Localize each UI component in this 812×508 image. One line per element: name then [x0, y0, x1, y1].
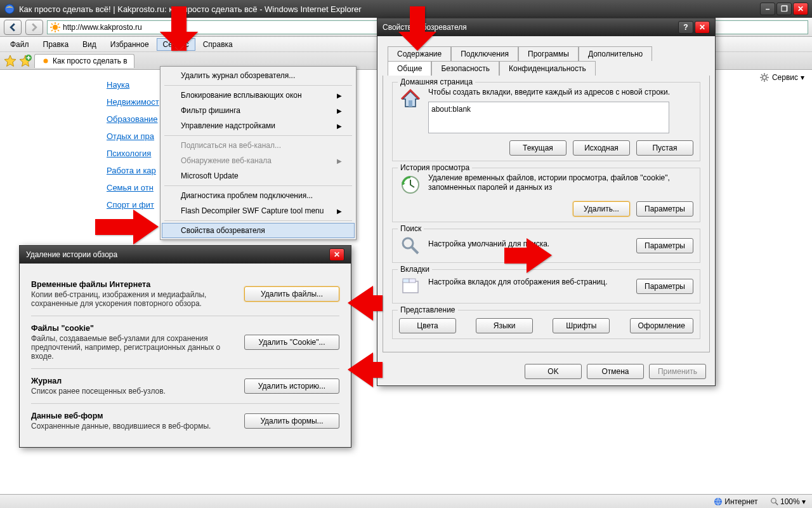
colors-button[interactable]: Цвета	[399, 318, 456, 333]
favorites-star-icon[interactable]	[4, 55, 16, 67]
tab-connections[interactable]: Подключения	[451, 46, 518, 61]
tools-label: Сервис	[772, 73, 798, 82]
menu-view[interactable]: Вид	[76, 38, 103, 51]
homepage-blank-button[interactable]: Пустая	[636, 140, 693, 156]
link-family[interactable]: Семья и отн	[107, 179, 165, 196]
appearance-group: Представление Цвета Языки Шрифты Оформле…	[392, 310, 700, 339]
link-work[interactable]: Работа и кар	[107, 162, 165, 179]
apply-button[interactable]: Применить	[649, 364, 706, 379]
history-text: Удаление временных файлов, истории просм…	[428, 173, 693, 193]
menu-subscribe-feed: Подписаться на веб-канал...	[162, 138, 355, 153]
tutorial-arrow-5	[348, 352, 383, 387]
link-education[interactable]: Образование	[107, 110, 165, 128]
history-params-button[interactable]: Параметры	[636, 201, 693, 217]
history-delete-button[interactable]: Удалить...	[573, 201, 630, 217]
url-text: http://www.kakprosto.ru	[63, 23, 142, 32]
tab-general[interactable]: Общие	[388, 61, 431, 76]
submenu-arrow-icon: ▶	[337, 157, 342, 164]
submenu-arrow-icon: ▶	[337, 123, 342, 130]
link-realestate[interactable]: Недвижимост	[107, 93, 165, 110]
journal-text: Список ранее посещенных веб-узлов.	[31, 387, 166, 396]
tabs-params-button[interactable]: Параметры	[636, 279, 693, 294]
fonts-button[interactable]: Шрифты	[553, 318, 610, 333]
tabs-group: Вкладки Настройка вкладок для отображени…	[392, 269, 700, 304]
tutorial-arrow-2	[398, 6, 436, 51]
cancel-button[interactable]: Отмена	[587, 364, 644, 379]
delete-journal-button[interactable]: Удалить историю...	[244, 378, 339, 394]
menu-flash-decompiler[interactable]: Flash Decompiler SWF Capture tool menu▶	[162, 203, 355, 218]
menu-delete-history[interactable]: Удалить журнал обозревателя...	[162, 68, 355, 83]
tabs-icon	[399, 275, 422, 298]
menu-feed-discovery: Обнаружение веб-канала▶	[162, 153, 355, 168]
tutorial-arrow-4	[348, 286, 383, 321]
tabs-legend: Вкладки	[398, 265, 432, 274]
add-favorite-icon[interactable]	[19, 55, 32, 67]
zone-label: Интернет	[714, 497, 758, 506]
menu-edit[interactable]: Правка	[37, 38, 75, 51]
svg-line-7	[51, 23, 53, 25]
search-params-button[interactable]: Параметры	[636, 238, 693, 253]
accessibility-button[interactable]: Оформление	[630, 318, 693, 333]
svg-point-13	[763, 76, 766, 79]
menu-help[interactable]: Справка	[197, 38, 239, 51]
svg-line-8	[58, 30, 59, 31]
history-clock-icon	[399, 173, 422, 196]
journal-heading: Журнал	[31, 377, 232, 385]
menu-favorites[interactable]: Избранное	[104, 38, 155, 51]
browser-tab[interactable]: Как просто сделать в	[34, 54, 134, 68]
appearance-legend: Представление	[398, 305, 458, 314]
dialog-titlebar: Удаление истории обзора ✕	[20, 246, 351, 264]
tools-dropdown-button[interactable]: Сервис ▾	[756, 71, 808, 84]
svg-line-31	[775, 502, 778, 505]
status-bar: Интернет 100% ▾	[0, 494, 812, 508]
svg-rect-28	[409, 279, 416, 283]
link-psychology[interactable]: Психология	[107, 145, 165, 162]
tab-advanced[interactable]: Дополнительно	[579, 46, 652, 61]
tab-privacy[interactable]: Конфиденциальность	[499, 61, 596, 76]
gear-icon	[759, 72, 769, 83]
homepage-textarea[interactable]	[428, 102, 669, 133]
maximize-button[interactable]: ❐	[776, 3, 792, 15]
back-button[interactable]	[4, 20, 22, 35]
menu-phishing-filter[interactable]: Фильтр фишинга▶	[162, 103, 355, 118]
svg-line-10	[51, 30, 53, 31]
menu-popup-blocker[interactable]: Блокирование всплывающих окон▶	[162, 88, 355, 103]
tab-programs[interactable]: Программы	[518, 46, 579, 61]
delete-tempfiles-button[interactable]: Удалить файлы...	[244, 286, 339, 302]
menu-ms-update[interactable]: Microsoft Update	[162, 168, 355, 184]
cookies-text: Файлы, создаваемые веб-узлами для сохран…	[31, 334, 220, 361]
languages-button[interactable]: Языки	[476, 318, 533, 333]
ok-button[interactable]: OK	[525, 364, 582, 379]
delete-forms-button[interactable]: Удалить формы...	[244, 413, 339, 429]
link-leisure[interactable]: Отдых и пра	[107, 128, 165, 145]
delete-cookies-button[interactable]: Удалить "Cookie"...	[244, 335, 339, 350]
tools-menu-dropdown: Удалить журнал обозревателя... Блокирова…	[160, 66, 357, 240]
menu-manage-addons[interactable]: Управление надстройками▶	[162, 118, 355, 133]
homepage-default-button[interactable]: Исходная	[573, 140, 630, 156]
help-button[interactable]: ?	[678, 21, 693, 34]
tab-label: Как просто сделать в	[53, 57, 128, 65]
svg-line-21	[761, 79, 763, 81]
zoom-label[interactable]: 100% ▾	[771, 497, 806, 506]
toolbar-right: Сервис ▾	[756, 71, 808, 84]
forward-button[interactable]	[25, 20, 43, 35]
close-button[interactable]: ✕	[793, 3, 808, 15]
svg-line-25	[412, 247, 418, 253]
submenu-arrow-icon: ▶	[337, 107, 342, 114]
menu-internet-options[interactable]: Свойства обозревателя	[162, 223, 355, 238]
search-legend: Поиск	[398, 224, 424, 233]
temp-files-heading: Временные файлы Интернета	[31, 280, 232, 289]
menu-file[interactable]: Файл	[4, 38, 36, 51]
dialog-close-button[interactable]: ✕	[695, 21, 710, 34]
minimize-button[interactable]: –	[760, 3, 775, 15]
tab-security[interactable]: Безопасность	[431, 61, 499, 76]
search-magnifier-icon	[399, 234, 422, 257]
link-science[interactable]: Наука	[107, 76, 165, 93]
dialog-close-button[interactable]: ✕	[329, 248, 344, 261]
svg-rect-22	[409, 100, 412, 107]
submenu-arrow-icon: ▶	[337, 208, 342, 215]
menu-connection-diag[interactable]: Диагностика проблем подключения...	[162, 188, 355, 203]
svg-point-24	[403, 238, 413, 248]
homepage-legend: Домашняя страница	[398, 77, 475, 86]
homepage-current-button[interactable]: Текущая	[509, 140, 566, 156]
